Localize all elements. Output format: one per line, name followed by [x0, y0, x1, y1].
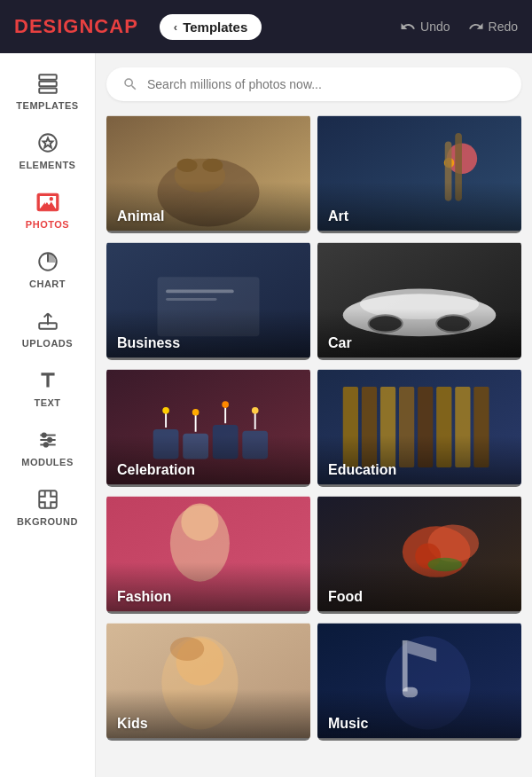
modules-icon [35, 428, 60, 452]
svg-point-58 [181, 503, 218, 540]
search-icon [122, 76, 138, 92]
photo-card-label-animal: Animal [106, 182, 310, 233]
photo-card-label-food: Food [317, 562, 521, 614]
photo-card-label-art: Art [317, 182, 521, 233]
photo-card-fashion[interactable]: Fashion [106, 494, 310, 614]
search-bar[interactable] [106, 67, 521, 101]
svg-point-44 [222, 401, 229, 408]
svg-rect-14 [39, 491, 57, 508]
photo-card-celebration[interactable]: Celebration [106, 367, 310, 487]
chart-icon [35, 249, 60, 274]
svg-point-9 [42, 433, 45, 436]
sidebar-item-modules-label: MODULES [21, 457, 74, 467]
photo-card-music[interactable]: Music [317, 621, 521, 741]
svg-point-18 [177, 159, 198, 172]
sidebar: TEMPLATES ELEMENTS PHOTOS [0, 53, 96, 777]
main-layout: TEMPLATES ELEMENTS PHOTOS [0, 53, 532, 777]
logo-cap: CAP [94, 15, 137, 37]
svg-point-13 [43, 443, 47, 446]
star-circle-icon [35, 130, 60, 155]
photo-card-label-fashion: Fashion [106, 562, 310, 614]
photo-card-kids[interactable]: Kids [106, 621, 310, 741]
background-icon [35, 487, 60, 512]
templates-button-label: Templates [183, 20, 247, 35]
photo-grid: Animal Art Business [106, 114, 521, 741]
content-area: Animal Art Business [96, 53, 532, 777]
sidebar-item-text[interactable]: TEXT [8, 359, 88, 415]
photo-card-label-education: Education [317, 436, 521, 487]
sidebar-item-modules[interactable]: MODULES [8, 419, 88, 475]
svg-point-11 [48, 438, 51, 442]
svg-rect-28 [166, 298, 217, 301]
sidebar-item-chart-label: CHART [29, 279, 66, 289]
upload-icon [35, 309, 60, 334]
sidebar-item-photos[interactable]: PHOTOS [8, 181, 88, 237]
svg-rect-27 [166, 290, 234, 294]
svg-rect-2 [39, 88, 57, 92]
topbar-actions: Undo Redo [400, 19, 518, 35]
layers-icon [35, 71, 60, 96]
photo-card-business[interactable]: Business [106, 240, 310, 360]
photo-card-food[interactable]: Food [317, 494, 521, 614]
svg-point-19 [202, 159, 223, 172]
photo-card-label-business: Business [106, 309, 310, 360]
svg-point-46 [252, 407, 259, 414]
search-input[interactable] [147, 77, 505, 91]
svg-rect-70 [403, 640, 408, 692]
undo-button[interactable]: Undo [400, 19, 450, 35]
sidebar-item-templates[interactable]: TEMPLATES [8, 62, 88, 118]
sidebar-item-bkground-label: BKGROUND [17, 516, 78, 527]
photo-card-label-music: Music [317, 689, 521, 741]
photo-card-car[interactable]: Car [317, 240, 521, 360]
photo-card-animal[interactable]: Animal [106, 114, 310, 233]
svg-rect-0 [39, 75, 57, 79]
photo-card-education[interactable]: Education [317, 367, 521, 487]
sidebar-item-elements[interactable]: ELEMENTS [8, 122, 88, 177]
svg-rect-1 [39, 82, 57, 86]
sidebar-item-templates-label: TEMPLATES [16, 100, 78, 111]
photo-card-label-car: Car [317, 309, 521, 360]
topbar: DESIGNCAP ‹ Templates Undo Redo [0, 0, 532, 53]
redo-button[interactable]: Redo [468, 19, 518, 35]
sidebar-item-chart[interactable]: CHART [8, 240, 88, 296]
sidebar-item-bkground[interactable]: BKGROUND [8, 478, 88, 534]
undo-icon [400, 19, 416, 35]
sidebar-item-uploads[interactable]: UPLOADS [8, 300, 88, 356]
photo-card-art[interactable]: Art [317, 114, 521, 233]
photo-card-label-kids: Kids [106, 689, 310, 741]
logo-design: DESIGN [14, 15, 94, 37]
svg-point-67 [170, 637, 204, 661]
logo: DESIGNCAP [14, 15, 138, 38]
templates-button[interactable]: ‹ Templates [160, 14, 262, 40]
svg-marker-4 [43, 138, 52, 148]
svg-point-40 [162, 407, 169, 414]
sidebar-item-elements-label: ELEMENTS [20, 160, 76, 170]
sidebar-item-uploads-label: UPLOADS [22, 338, 73, 349]
undo-label: Undo [420, 20, 450, 34]
chevron-left-icon: ‹ [174, 20, 177, 34]
redo-icon [468, 19, 484, 35]
sidebar-item-photos-label: PHOTOS [26, 219, 69, 230]
photo-card-label-celebration: Celebration [106, 436, 310, 487]
svg-rect-7 [39, 323, 57, 329]
image-icon [35, 190, 60, 215]
sidebar-item-text-label: TEXT [34, 397, 60, 408]
redo-label: Redo [489, 20, 518, 34]
svg-point-42 [192, 409, 200, 416]
text-t-icon [35, 368, 60, 393]
